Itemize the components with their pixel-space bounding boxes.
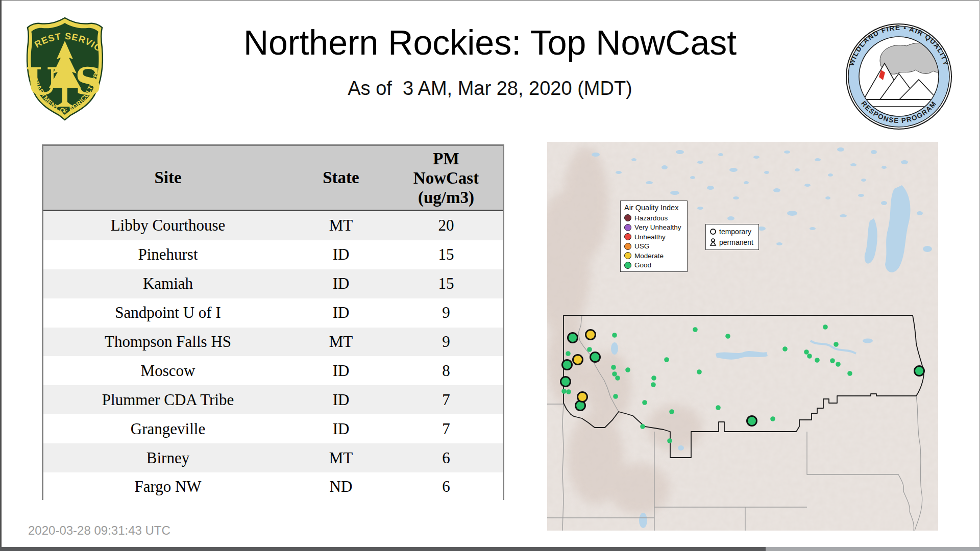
page-subtitle: As of 3 AM, Mar 28, 2020 (MDT) (0, 78, 980, 99)
value-cell: 6 (389, 478, 503, 496)
aqi-legend-item: Hazardous (624, 213, 683, 223)
small-lake (676, 150, 684, 154)
site-circle-good (591, 353, 600, 362)
small-lake (662, 165, 668, 169)
monitor-dot (612, 333, 617, 338)
page-title: Northern Rockies: Top NowCast (0, 22, 980, 62)
aqi-color-swatch (624, 233, 631, 240)
monitor-dot (651, 375, 656, 381)
site-cell: Pinehurst (43, 245, 292, 264)
aqi-legend-title: Air Quality Index (624, 204, 683, 212)
temporary-label: temporary (719, 228, 751, 236)
window-top-edge (0, 0, 980, 1)
monitor-dot (566, 351, 571, 356)
map-canvas (547, 142, 938, 531)
bear-lake (639, 513, 647, 528)
aqi-legend-item: USG (624, 242, 683, 252)
monitor-dot (823, 324, 828, 330)
monitor-dot (664, 357, 669, 362)
small-lake (901, 160, 908, 164)
small-lake (697, 161, 703, 164)
table-row: Plummer CDA TribeID7 (43, 385, 503, 414)
state-cell: ND (292, 478, 389, 496)
aqi-color-swatch (624, 243, 631, 250)
aqi-item-label: Hazardous (634, 214, 668, 222)
aqi-legend: Air Quality Index HazardousVery Unhealth… (620, 201, 688, 272)
site-circle-good (562, 360, 572, 370)
state-cell: ID (292, 304, 389, 322)
small-lake (837, 147, 844, 152)
value-cell: 20 (389, 216, 503, 235)
state-cell: ID (292, 274, 389, 293)
value-cell: 7 (389, 391, 503, 409)
aqi-color-swatch (624, 252, 631, 259)
monitor-dot (667, 438, 672, 443)
monitor-dot (642, 400, 647, 405)
small-lake (828, 173, 833, 177)
state-cell: MT (292, 216, 389, 235)
table-row: Sandpoint U of IID9 (43, 298, 503, 328)
window-bottom-bar (0, 547, 980, 551)
value-cell: 8 (389, 362, 503, 380)
aqi-legend-item: Unhealthy (624, 232, 683, 242)
monitor-dot (834, 342, 839, 347)
small-lake (923, 246, 932, 252)
permanent-label: permanent (719, 238, 753, 246)
monitor-dot (566, 389, 571, 394)
column-header-state: State (292, 168, 389, 187)
site-circle-moderate (573, 355, 583, 365)
monitor-dot (625, 367, 630, 372)
monitor-dot (587, 347, 592, 352)
table-body: Libby CourthouseMT20PinehurstID15KamiahI… (43, 211, 503, 502)
site-cell: Plummer CDA Tribe (43, 391, 292, 409)
wildland-fire-air-quality-logo: WILDLAND FIRE • AIR QUALITY RESPONSE PRO… (845, 23, 952, 130)
monitor-dot (770, 416, 775, 421)
table-row: GrangevilleID7 (43, 414, 503, 443)
monitor-dot (782, 346, 788, 352)
small-lake (776, 242, 782, 245)
site-circle-good (747, 416, 757, 426)
small-lake (858, 194, 864, 197)
aqi-color-swatch (624, 224, 631, 231)
terrain-texture (547, 142, 938, 531)
small-lake (670, 191, 679, 195)
small-lake (881, 201, 887, 205)
monitor-dot (613, 394, 618, 399)
monitor-dot (804, 349, 809, 355)
small-lake (753, 156, 760, 159)
site-circle-moderate (586, 330, 596, 340)
aqi-legend-item: Good (624, 261, 683, 270)
monitor-dot (615, 375, 620, 381)
monitor-dot (611, 365, 616, 370)
small-lake (815, 158, 821, 161)
state-cell: ID (292, 362, 389, 380)
monitor-dot (847, 371, 852, 376)
site-circle-good (915, 366, 924, 376)
site-cell: Thompson Falls HS (43, 333, 292, 351)
small-lake (697, 207, 703, 210)
small-lake (810, 227, 816, 230)
site-circle-moderate (578, 392, 587, 402)
state-cell: MT (292, 449, 389, 467)
value-cell: 9 (389, 304, 503, 322)
small-lake (825, 196, 830, 199)
legend-row-permanent: permanent (709, 237, 755, 247)
site-cell: Kamiah (43, 274, 292, 293)
small-lake (787, 211, 797, 216)
table-row: BirneyMT6 (43, 443, 503, 472)
bottom-bar-dark-segment (0, 547, 766, 551)
small-lake (804, 184, 811, 187)
generated-timestamp: 2020-03-28 09:31:43 UTC (28, 523, 170, 538)
small-lake (917, 211, 923, 215)
site-cell: Libby Courthouse (43, 216, 292, 235)
state-cell: ID (292, 245, 389, 264)
table-header-row: Site State PM NowCast (ug/m3) (43, 146, 503, 211)
monitor-dot (716, 405, 721, 410)
site-cell: Sandpoint U of I (43, 304, 292, 322)
aqi-item-label: Very Unhealthy (634, 223, 681, 231)
devils-lake (863, 339, 873, 343)
site-cell: Birney (43, 449, 292, 467)
small-lake (784, 151, 790, 154)
small-lake (773, 188, 780, 192)
small-lake (840, 214, 847, 217)
